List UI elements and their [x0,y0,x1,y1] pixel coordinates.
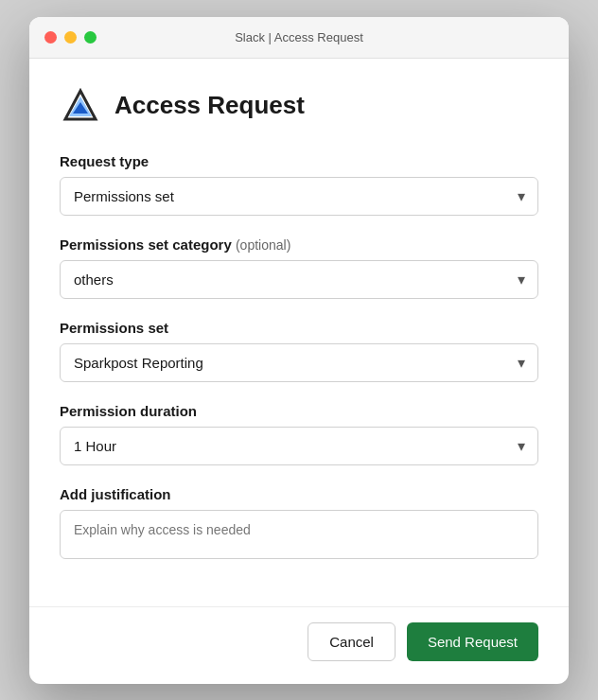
permissions-set-label: Permissions set [60,320,538,336]
permissions-set-select[interactable]: Sparkpost Reporting [60,343,538,382]
minimize-button[interactable] [64,31,77,44]
traffic-lights [44,31,97,44]
close-button[interactable] [44,31,57,44]
request-type-label: Request type [60,153,538,169]
permissions-category-group: Permissions set category (optional) othe… [60,236,538,299]
permission-duration-select[interactable]: 1 Hour 4 Hours 8 Hours 1 Day 1 Week Perm… [60,427,538,465]
permissions-category-select[interactable]: others [60,260,538,299]
permission-duration-label: Permission duration [60,403,538,419]
justification-textarea[interactable] [60,510,538,559]
cancel-button[interactable]: Cancel [308,622,396,661]
modal-window: Slack | Access Request Access Request Re… [29,17,569,684]
permissions-category-label: Permissions set category (optional) [60,236,538,253]
permissions-set-select-wrapper: Sparkpost Reporting ▾ [60,343,538,382]
request-type-select-wrapper: Permissions set ▾ [60,177,538,216]
window-title: Slack | Access Request [235,30,363,44]
titlebar: Slack | Access Request [29,17,569,59]
send-request-button[interactable]: Send Request [407,622,538,661]
permissions-set-group: Permissions set Sparkpost Reporting ▾ [60,320,538,382]
request-type-select[interactable]: Permissions set [60,177,538,216]
page-header: Access Request [60,85,538,127]
optional-tag: (optional) [236,237,290,253]
permissions-category-select-wrapper: others ▾ [60,260,538,299]
justification-group: Add justification [60,486,538,563]
permission-duration-group: Permission duration 1 Hour 4 Hours 8 Hou… [60,403,538,465]
justification-label: Add justification [60,486,538,502]
app-logo [60,85,101,127]
modal-content: Access Request Request type Permissions … [29,59,569,606]
permission-duration-select-wrapper: 1 Hour 4 Hours 8 Hours 1 Day 1 Week Perm… [60,427,538,465]
request-type-group: Request type Permissions set ▾ [60,153,538,216]
page-title: Access Request [114,91,305,120]
maximize-button[interactable] [84,31,97,44]
modal-footer: Cancel Send Request [29,606,569,684]
